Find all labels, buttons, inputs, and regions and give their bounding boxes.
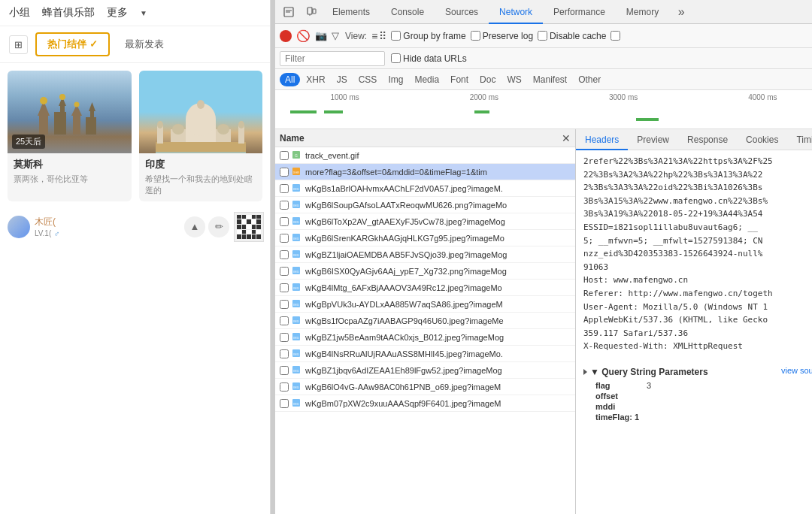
network-list-header: Name ✕ <box>275 129 575 147</box>
tab-console[interactable]: Console <box>380 0 435 24</box>
network-item-checkbox[interactable] <box>280 217 289 226</box>
close-detail-panel-button[interactable]: ✕ <box>562 132 571 144</box>
record-button[interactable] <box>280 30 292 42</box>
grid-view-button[interactable]: ⊞ <box>9 35 28 54</box>
clear-button[interactable]: 🚫 <box>296 30 311 41</box>
tab-performance[interactable]: Performance <box>543 0 616 24</box>
network-item[interactable]: IMGwKgBZ1ljaiOAEMDBA AB5FJvSQjo39.jpeg?i… <box>275 246 575 263</box>
hot-filter-button[interactable]: 热门结伴 ✓ <box>35 32 110 56</box>
hide-data-urls-checkbox[interactable]: Hide data URLs <box>391 53 467 64</box>
tab-network[interactable]: Network <box>489 0 543 24</box>
latest-filter-button[interactable]: 最新发表 <box>117 34 171 55</box>
network-item-type-icon: IMG <box>292 283 302 293</box>
type-filter-xhr[interactable]: XHR <box>301 73 330 86</box>
network-item-checkbox[interactable] <box>280 366 289 375</box>
detail-tab-cookies[interactable]: Cookies <box>737 129 787 150</box>
network-item[interactable]: IMGwKgBpVUk3u-AYDLxAA885W7aqSA86.jpeg?im… <box>275 296 575 313</box>
list-view-button[interactable]: ≡ <box>371 30 377 42</box>
view-source-link[interactable]: view source <box>781 366 812 375</box>
network-item-checkbox[interactable] <box>280 283 289 292</box>
network-toolbar: 🚫 📷 ▽ View: ≡ ⠿ Group by frame Preserve … <box>275 24 812 48</box>
network-item[interactable]: Gtrack_event.gif <box>275 147 575 164</box>
network-main: Name ✕ Gtrack_event.gifXHRmore?flag=3&of… <box>275 129 812 514</box>
screenshot-button[interactable]: 📷 <box>315 30 327 41</box>
qr-code <box>234 212 264 242</box>
type-filter-other[interactable]: Other <box>573 73 606 86</box>
type-filter-js[interactable]: JS <box>332 73 353 86</box>
card-grid: 25天后 莫斯科 票两张，哥伦比亚等 <box>0 63 270 209</box>
type-filter-img[interactable]: Img <box>383 73 408 86</box>
network-item-checkbox[interactable] <box>280 151 289 160</box>
svg-point-17 <box>197 100 205 109</box>
detail-tab-headers[interactable]: Headers <box>576 129 628 150</box>
type-filter-all[interactable]: All <box>280 73 300 86</box>
type-filter-doc[interactable]: Doc <box>474 73 501 86</box>
triangle-icon <box>583 369 587 375</box>
network-item[interactable]: IMGwKgB6lToXp2AV_gtAAEXyFJ5vCw78.jpeg?im… <box>275 213 575 230</box>
svg-text:IMG: IMG <box>293 352 299 356</box>
network-item-checkbox[interactable] <box>280 234 289 243</box>
detail-tab-timing[interactable]: Timing <box>787 129 812 150</box>
network-item[interactable]: IMGwKgB6lO4vG-AAw98AC0h61PNB_o69.jpeg?im… <box>275 379 575 395</box>
network-item[interactable]: IMGwKgB6lSrenKARGkhAAGjqHLKG7g95.jpeg?im… <box>275 230 575 246</box>
tab-memory[interactable]: Memory <box>616 0 669 24</box>
type-filter-media[interactable]: Media <box>409 73 444 86</box>
extra-checkbox[interactable] <box>611 31 620 41</box>
network-item-checkbox[interactable] <box>280 300 289 309</box>
query-params-toggle[interactable]: ▼ Query String Parameters <box>583 367 708 377</box>
network-item-checkbox[interactable] <box>280 333 289 342</box>
network-item-checkbox[interactable] <box>280 184 289 193</box>
detail-tab-response[interactable]: Response <box>678 129 737 150</box>
headers-text: 2refer%22%3Bs%3A21%3A%22https%3A%2F%25 2… <box>583 155 812 353</box>
disable-cache-checkbox[interactable]: Disable cache <box>538 31 606 41</box>
network-item-checkbox[interactable] <box>280 168 289 177</box>
tab-elements[interactable]: Elements <box>322 0 380 24</box>
network-item-checkbox[interactable] <box>280 399 289 408</box>
network-item[interactable]: IMGwKgBZ1jbqv6AdIZEAA1Eh89lFgw52.jpeg?im… <box>275 362 575 379</box>
network-item[interactable]: IMGwKgBZ1jw5BeAam9tAACk0xjs_B012.jpeg?im… <box>275 329 575 346</box>
network-item-checkbox[interactable] <box>280 382 289 392</box>
filter-toggle-button[interactable]: ▽ <box>332 30 339 41</box>
tab-overflow-button[interactable]: » <box>671 2 692 23</box>
network-item[interactable]: IMGwKgB6lSoupGAfsoLAATxReoqwMU626.png?im… <box>275 197 575 213</box>
network-item-checkbox[interactable] <box>280 201 289 210</box>
india-card-image <box>139 71 263 153</box>
network-filter-input[interactable] <box>280 51 385 66</box>
network-item-checkbox[interactable] <box>280 250 289 259</box>
avatar-image <box>8 216 30 238</box>
network-item[interactable]: IMGwKgB4lNsRRuAlUjRAAuASS8MHlI45.jpeg?im… <box>275 346 575 362</box>
tab-sources[interactable]: Sources <box>435 0 489 24</box>
device-toolbar-button[interactable] <box>301 2 322 23</box>
network-item-checkbox[interactable] <box>280 316 289 325</box>
network-item[interactable]: IMGwKgB4lMtg_6AFxBjAAAOV3A49Rc12.jpeg?im… <box>275 280 575 296</box>
devtools-settings-button[interactable]: ⋮ <box>808 2 812 23</box>
devtools-panel: Elements Console Sources Network Perform… <box>274 0 812 514</box>
inspect-element-button[interactable] <box>278 2 299 23</box>
scroll-up-button[interactable]: ▲ <box>184 216 205 237</box>
india-card[interactable]: 印度 希望找一个和我去的地到处瞎逛的 <box>139 71 263 201</box>
more-dropdown-icon[interactable]: ▼ <box>140 9 147 17</box>
edit-button[interactable]: ✏ <box>208 216 229 237</box>
network-item[interactable]: IMGwKgBs1aBrlOAHvmxAAChLF2dV0A57.jpeg?im… <box>275 180 575 197</box>
network-items-container[interactable]: Gtrack_event.gifXHRmore?flag=3&offset=0&… <box>275 147 575 514</box>
group-by-frame-checkbox[interactable]: Group by frame <box>391 31 465 41</box>
preserve-log-checkbox[interactable]: Preserve log <box>471 31 533 41</box>
network-item[interactable]: IMGwKgBs1fOcpaAZg7iAABAGP9q46U60.jpeg?im… <box>275 313 575 329</box>
type-filter-css[interactable]: CSS <box>353 73 383 86</box>
type-filter-ws[interactable]: WS <box>501 73 526 86</box>
large-view-button[interactable]: ⠿ <box>379 30 386 42</box>
svg-text:IMG: IMG <box>293 386 299 389</box>
network-item-checkbox[interactable] <box>280 349 289 358</box>
network-item-checkbox[interactable] <box>280 267 289 276</box>
network-item[interactable]: IMGwKgBm07pXW2c9xuuAAASqpf9F6401.jpeg?im… <box>275 395 575 412</box>
moscow-illustration <box>32 86 107 138</box>
svg-text:IMG: IMG <box>293 286 299 290</box>
network-item[interactable]: XHRmore?flag=3&offset=0&mddid=0&timeFlag… <box>275 164 575 180</box>
type-filter-font[interactable]: Font <box>445 73 474 86</box>
india-card-title: 印度 <box>145 158 257 171</box>
param-key-offset: offset <box>595 392 641 401</box>
network-item[interactable]: IMGwKgB6ISX0QyAGjv6AAj_ypE7_Xg732.png?im… <box>275 263 575 280</box>
type-filter-manifest[interactable]: Manifest <box>528 73 572 86</box>
moscow-card[interactable]: 25天后 莫斯科 票两张，哥伦比亚等 <box>8 71 132 201</box>
detail-tab-preview[interactable]: Preview <box>628 129 678 150</box>
